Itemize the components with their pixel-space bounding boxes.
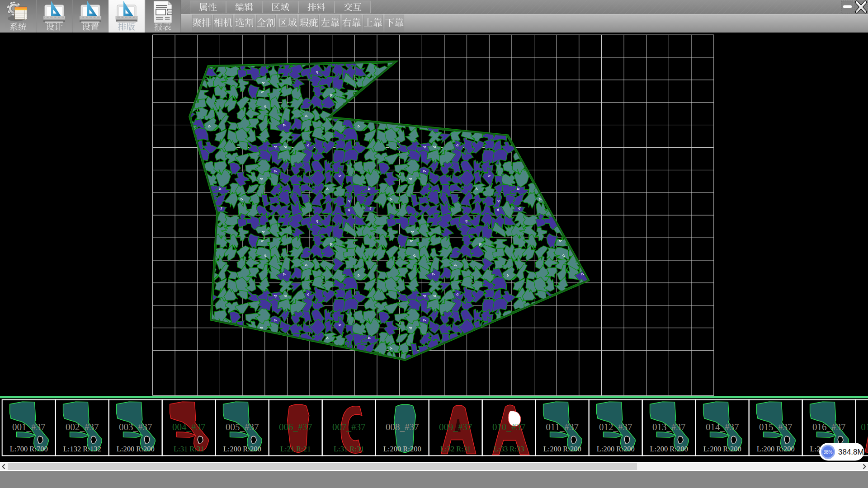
svg-text:L:200 R:200: L:200 R:200: [597, 445, 635, 453]
svg-text:005_#37: 005_#37: [226, 422, 259, 432]
svg-text:L:31 R:31: L:31 R:31: [174, 445, 204, 453]
svg-text:L:31 R:31: L:31 R:31: [334, 445, 364, 453]
svg-text:001_#37: 001_#37: [12, 422, 46, 432]
svg-text:009_#37: 009_#37: [439, 422, 472, 432]
svg-text:L:700 R:700: L:700 R:700: [10, 445, 48, 453]
svg-text:L:32 R:31: L:32 R:31: [440, 445, 471, 453]
svg-text:38%: 38%: [823, 450, 832, 455]
svg-text:384.8M: 384.8M: [838, 448, 864, 456]
svg-text:007_#37: 007_#37: [332, 422, 366, 432]
svg-text:008_#37: 008_#37: [386, 422, 419, 432]
svg-text:L:200 R:200: L:200 R:200: [117, 445, 155, 453]
svg-text:015_#37: 015_#37: [759, 422, 793, 432]
svg-text:L:200 R:200: L:200 R:200: [703, 445, 741, 453]
svg-text:L:200 R:200: L:200 R:200: [650, 445, 688, 453]
svg-text:L:21 R:21: L:21 R:21: [280, 445, 311, 453]
svg-text:016_#37: 016_#37: [812, 422, 846, 432]
svg-text:L:33 R:33: L:33 R:33: [494, 445, 524, 453]
svg-text:L:132 R:132: L:132 R:132: [63, 445, 101, 453]
svg-text:013_#37: 013_#37: [652, 422, 686, 432]
svg-text:014_#37: 014_#37: [706, 422, 739, 432]
svg-text:01: 01: [861, 422, 868, 432]
svg-text:006_#37: 006_#37: [279, 422, 312, 432]
svg-text:010_#37: 010_#37: [492, 422, 526, 432]
svg-text:L:200 R:200: L:200 R:200: [543, 445, 581, 453]
svg-text:L:200 R:200: L:200 R:200: [757, 445, 795, 453]
svg-text:L:200 R:200: L:200 R:200: [383, 445, 421, 453]
svg-text:003_#37: 003_#37: [119, 422, 152, 432]
svg-text:004_#37: 004_#37: [172, 422, 206, 432]
svg-text:012_#37: 012_#37: [599, 422, 632, 432]
svg-text:002_#37: 002_#37: [66, 422, 99, 432]
svg-text:L:200 R:200: L:200 R:200: [223, 445, 261, 453]
svg-text:011_#37: 011_#37: [546, 422, 579, 432]
